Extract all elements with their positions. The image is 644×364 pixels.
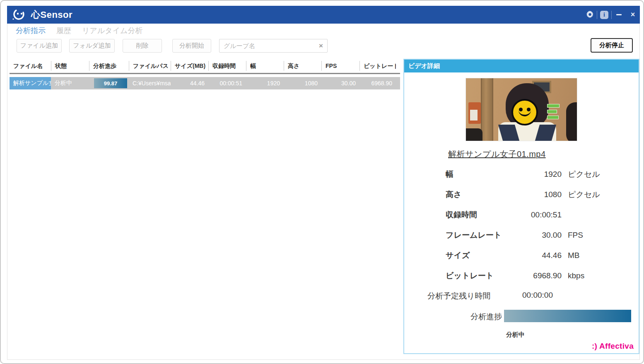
menu-bar: 分析指示 履歴 リアルタイム分析 [7,24,639,38]
field-label: ビットレート [446,270,513,281]
row-cell-fps: 30.00 [321,77,359,89]
col-header-filename[interactable]: ファイル名 [10,61,51,71]
smiley-mouth [519,106,531,116]
col-header-bitrate[interactable]: ビットレート( [359,61,396,71]
minimize-button[interactable] [612,6,626,24]
row-cell-size: 44.46 [171,77,208,89]
field-label: 幅 [446,169,513,180]
close-button[interactable]: × [626,6,640,24]
col-header-duration[interactable]: 収録時間 [208,61,246,71]
window-controls: i × [583,6,640,24]
app-smiley-logo-icon [12,9,27,21]
gear-icon [586,11,594,19]
field-value: 6968.90 [513,271,562,280]
thumb-second-person [566,102,577,141]
analysis-progress-row: 分析進捗 [404,310,639,322]
row-cell-status: 分析中 [51,77,89,89]
analysis-progress-bar [504,310,631,322]
field-label: 高さ [446,189,513,200]
thumb-dark-corner [466,128,482,141]
remaining-time-row: 分析予定残り時間 00:00:00 [427,291,601,301]
field-width: 幅 1920 ピクセル [446,164,601,184]
group-name-input[interactable] [219,42,315,49]
menu-item-analysis-instruction[interactable]: 分析指示 [16,26,46,36]
toolbar: ファイル追加 フォルダ追加 削除 分析開始 × 分析停止 [7,38,639,55]
field-unit: ピクセル [562,169,601,180]
file-table: ファイル名 状態 分析進歩 ファイルパス サイズ(MB) 収録時間 幅 高さ F… [10,59,400,89]
affectiva-logo: :) Affectiva [592,342,634,351]
table-header: ファイル名 状態 分析進歩 ファイルパス サイズ(MB) 収録時間 幅 高さ F… [10,59,400,74]
col-header-width[interactable]: 幅 [246,61,284,71]
field-size: サイズ 44.46 MB [446,245,601,265]
table-row[interactable]: 解析サンプル女 分析中 99.87 C:¥Users¥msa 44.46 00:… [10,77,400,89]
field-value: 1920 [513,170,562,179]
delete-button[interactable]: 削除 [123,39,162,53]
col-header-progress[interactable]: 分析進歩 [89,61,129,71]
add-file-button[interactable]: ファイル追加 [17,39,62,53]
field-unit: ピクセル [562,189,601,200]
row-cell-duration: 00:00:51 [208,77,246,89]
analysis-progress-fill [504,310,631,322]
face-privacy-smiley-icon [511,99,538,125]
analysis-progress-label: 分析進捗 [470,311,502,322]
add-folder-button[interactable]: フォルダ追加 [69,39,115,53]
field-label: フレームレート [446,230,513,241]
menu-item-realtime-analysis[interactable]: リアルタイム分析 [82,26,143,36]
close-icon: × [631,10,635,19]
col-header-size[interactable]: サイズ(MB) [171,61,208,71]
emotion-bar-indicator [547,104,560,108]
app-title: 心Sensor [31,9,72,21]
field-unit: MB [562,251,601,260]
remaining-time-value: 00:00:00 [511,291,553,301]
thumb-wood-plank [482,78,492,141]
row-cell-height: 1080 [284,77,321,89]
thumb-wood-line [492,78,493,141]
analysis-status-text: 分析中 [506,331,525,339]
row-cell-progress: 99.87 [89,77,129,89]
field-label: 収録時間 [446,210,513,220]
group-name-box: × [219,39,328,53]
field-value: 1080 [513,190,562,199]
screenshot-frame: 心Sensor i × [0,0,644,364]
field-value: 44.46 [513,251,562,260]
field-value: 00:00:51 [513,210,562,219]
info-icon: i [600,11,608,19]
app-window: 心Sensor i × [7,6,640,360]
field-unit: kbps [562,271,601,280]
row-cell-bitrate: 6968.90 [359,77,396,89]
stop-analysis-button[interactable]: 分析停止 [591,38,633,53]
emotion-bar-indicator [547,110,557,113]
field-duration: 収録時間 00:00:51 [446,205,601,225]
info-button[interactable]: i [597,6,611,24]
clear-input-icon[interactable]: × [315,42,327,50]
field-value: 30.00 [513,231,562,240]
field-framerate: フレームレート 30.00 FPS [446,225,601,245]
video-thumbnail[interactable] [466,78,577,141]
title-bar: 心Sensor i × [7,6,640,24]
col-header-filepath[interactable]: ファイルパス [129,61,171,71]
col-header-fps[interactable]: FPS [321,61,359,71]
start-analysis-button[interactable]: 分析開始 [172,39,211,53]
video-detail-panel: ビデオ詳細 [403,59,639,354]
row-progress-track: 99.87 [94,78,127,88]
field-label: サイズ [446,250,513,261]
field-bitrate: ビットレート 6968.90 kbps [446,265,601,286]
col-header-status[interactable]: 状態 [51,61,89,71]
emotion-bar-indicator [547,116,559,119]
remaining-time-label: 分析予定残り時間 [427,291,511,301]
settings-button[interactable] [583,6,597,24]
video-detail-header: ビデオ詳細 [404,60,639,72]
row-cell-width: 1920 [246,77,284,89]
video-file-name-link[interactable]: 解析サンプル女子01.mp4 [448,149,546,160]
minimize-icon [616,14,622,15]
row-cell-filepath: C:¥Users¥msa [129,77,171,89]
col-header-height[interactable]: 高さ [284,61,321,71]
field-unit: FPS [562,231,601,240]
field-height: 高さ 1080 ピクセル [446,184,601,205]
row-cell-filename[interactable]: 解析サンプル女 [10,77,51,89]
thumb-paper-label [470,110,478,121]
menu-item-history[interactable]: 履歴 [56,26,71,36]
row-progress-value: 99.87 [94,78,127,88]
video-detail-fields: 幅 1920 ピクセル 高さ 1080 ピクセル 収録時間 00:00:51 フ… [446,164,601,286]
